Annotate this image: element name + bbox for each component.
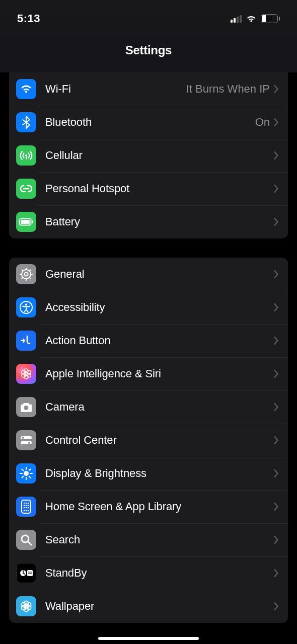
svg-point-50 — [26, 510, 27, 512]
row-display-label: Display & Brightness — [45, 467, 272, 480]
cellular-icon — [16, 145, 36, 166]
row-personal-hotspot[interactable]: Personal Hotspot — [9, 172, 288, 205]
svg-point-27 — [22, 437, 24, 439]
home-indicator[interactable] — [98, 637, 199, 640]
row-bluetooth-value: On — [255, 116, 270, 129]
bluetooth-icon — [16, 112, 36, 132]
hotspot-icon — [16, 179, 36, 199]
svg-point-25 — [24, 406, 29, 410]
chevron-right-icon — [272, 569, 281, 577]
row-cellular-label: Cellular — [45, 149, 272, 162]
row-apple-intel-label: Apple Intelligence & Siri — [45, 367, 272, 380]
camera-icon — [16, 397, 36, 417]
wallpaper-icon — [16, 596, 36, 616]
svg-point-47 — [26, 507, 27, 509]
wifi-status-icon — [246, 15, 257, 23]
row-control-center[interactable]: Control Center — [9, 424, 288, 457]
row-bluetooth-label: Bluetooth — [45, 116, 255, 129]
svg-line-14 — [29, 270, 31, 271]
row-cellular[interactable]: Cellular — [9, 139, 288, 172]
row-accessibility[interactable]: Accessibility — [9, 291, 288, 324]
row-battery[interactable]: Battery — [9, 205, 288, 238]
accessibility-icon — [16, 297, 36, 317]
row-apple-intelligence[interactable]: Apple Intelligence & Siri — [9, 357, 288, 390]
chevron-right-icon — [272, 85, 281, 93]
svg-point-44 — [26, 505, 27, 506]
svg-rect-55 — [27, 570, 33, 576]
chevron-right-icon — [272, 270, 281, 278]
search-icon — [16, 530, 36, 550]
row-wifi[interactable]: Wi-Fi It Burns When IP — [9, 72, 288, 106]
row-camera[interactable]: Camera — [9, 390, 288, 424]
row-display[interactable]: Display & Brightness — [9, 457, 288, 490]
settings-group-device: General Accessibility Action Butt — [9, 258, 288, 623]
row-wallpaper-label: Wallpaper — [45, 600, 272, 613]
brightness-icon — [16, 463, 36, 484]
svg-point-48 — [28, 507, 29, 509]
home-screen-icon — [16, 497, 36, 517]
svg-rect-4 — [21, 220, 30, 224]
row-control-center-label: Control Center — [45, 434, 272, 447]
row-search[interactable]: Search — [9, 523, 288, 556]
row-hotspot-label: Personal Hotspot — [45, 182, 272, 195]
row-wallpaper[interactable]: Wallpaper — [9, 590, 288, 623]
svg-point-40 — [24, 503, 25, 504]
chevron-right-icon — [272, 118, 281, 126]
svg-rect-5 — [32, 220, 33, 223]
svg-point-17 — [25, 303, 27, 305]
svg-point-49 — [24, 510, 25, 512]
row-search-label: Search — [45, 533, 272, 546]
row-home-screen-label: Home Screen & App Library — [45, 500, 272, 513]
chevron-right-icon — [272, 436, 281, 444]
svg-point-30 — [24, 471, 29, 476]
chevron-right-icon — [272, 403, 281, 411]
svg-line-37 — [29, 469, 31, 471]
chevron-right-icon — [272, 218, 281, 226]
row-wifi-value: It Burns When IP — [186, 83, 270, 96]
status-indicators: 24 — [231, 14, 280, 23]
row-battery-label: Battery — [45, 215, 272, 228]
gear-icon — [16, 264, 36, 284]
chevron-right-icon — [272, 303, 281, 311]
chevron-right-icon — [272, 503, 281, 511]
status-bar: 5:13 24 — [0, 0, 297, 28]
settings-group-connectivity: Wi-Fi It Burns When IP Bluetooth On — [9, 72, 288, 238]
chevron-right-icon — [272, 151, 281, 159]
svg-line-12 — [22, 270, 23, 271]
wifi-icon — [16, 79, 36, 99]
row-action-button[interactable]: Action Button — [9, 324, 288, 357]
svg-line-35 — [22, 469, 24, 471]
battery-status-icon: 24 — [261, 14, 280, 23]
action-button-icon — [16, 331, 36, 351]
row-wifi-label: Wi-Fi — [45, 83, 186, 96]
svg-point-43 — [24, 505, 25, 506]
chevron-right-icon — [272, 370, 281, 378]
row-general-label: General — [45, 268, 272, 281]
status-time: 5:13 — [17, 12, 40, 25]
chevron-right-icon — [272, 337, 281, 345]
page-header: Settings — [0, 28, 297, 72]
svg-line-13 — [29, 277, 31, 279]
row-standby-label: StandBy — [45, 567, 272, 580]
siri-icon — [16, 364, 36, 384]
svg-point-41 — [26, 503, 27, 504]
row-standby[interactable]: StandBy — [9, 556, 288, 590]
row-camera-label: Camera — [45, 400, 272, 414]
svg-line-53 — [28, 542, 32, 545]
svg-point-46 — [24, 507, 25, 509]
control-center-icon — [16, 430, 36, 450]
row-general[interactable]: General — [9, 258, 288, 291]
svg-point-7 — [25, 273, 28, 276]
svg-line-36 — [29, 476, 31, 478]
svg-point-29 — [28, 442, 30, 444]
row-accessibility-label: Accessibility — [45, 301, 272, 314]
chevron-right-icon — [272, 469, 281, 477]
svg-rect-1 — [26, 155, 27, 159]
cellular-signal-icon — [231, 15, 242, 23]
row-home-screen[interactable]: Home Screen & App Library — [9, 490, 288, 523]
row-bluetooth[interactable]: Bluetooth On — [9, 106, 288, 139]
svg-point-45 — [28, 505, 29, 506]
page-title: Settings — [125, 43, 172, 57]
svg-line-38 — [22, 476, 24, 478]
chevron-right-icon — [272, 536, 281, 544]
